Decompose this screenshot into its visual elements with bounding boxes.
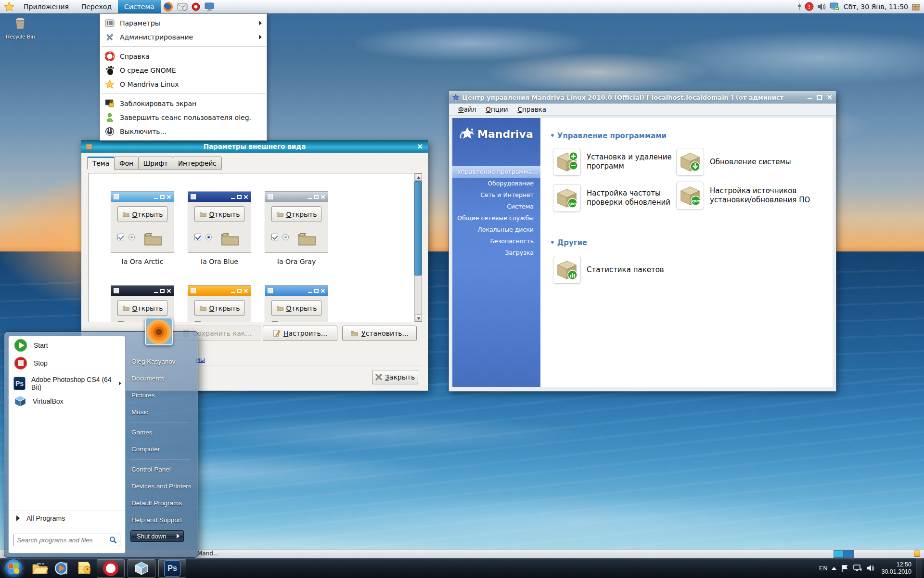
theme-item[interactable]: Открыть [265,285,328,322]
taskbar-clock[interactable]: 12:50 30.01.2010 [881,561,911,576]
taskbar-photoshop-button[interactable]: Ps [158,559,186,578]
mcc-item-media-sources[interactable]: rpm Настройка источников установки/обнов… [676,182,811,210]
theme-item[interactable]: Открыть [111,285,174,322]
panel-clock[interactable]: Сбт, 30 Янв, 11:50 [844,3,908,11]
start-orb-button[interactable] [4,559,23,578]
start-menu-item-devices-printers[interactable]: Devices and Printers [126,478,195,495]
tab-font[interactable]: Шрифт [138,157,173,170]
start-menu-item-music[interactable]: Music [126,404,195,420]
notes-applet-icon[interactable] [914,551,920,557]
start-menu-item-start-vm[interactable]: Start [9,336,125,354]
mcc-item-update-system[interactable]: Обновление системы [676,148,806,176]
search-input[interactable] [17,537,109,544]
package-tray-icon[interactable] [911,2,920,11]
close-button[interactable]: Закрыть [372,370,418,384]
menu-item-help[interactable]: Справка [100,49,267,63]
close-icon[interactable] [826,93,833,101]
sidebar-item-network[interactable]: Сеть и Интернет [452,189,540,201]
menu-file[interactable]: Файл [454,104,480,115]
theme-item[interactable]: Открыть Ia Ora Blue [188,191,251,265]
scroll-up-icon[interactable] [415,173,422,181]
minimize-icon[interactable] [807,94,813,100]
speaker-icon[interactable] [817,3,826,11]
scrollbar-thumb[interactable] [414,181,422,276]
update-alert-icon[interactable]: ! [805,2,814,11]
start-menu-item-computer[interactable]: Computer [126,441,195,458]
close-icon[interactable] [416,143,424,150]
scroll-down-icon[interactable] [415,315,422,322]
show-hidden-icons-arrow[interactable] [832,567,836,570]
install-button[interactable]: Установить... [342,326,417,341]
start-menu-item-help-support[interactable]: Help and Support [126,512,195,528]
updates-launcher-icon[interactable] [192,2,200,11]
workspace-1[interactable] [834,551,844,557]
start-menu-item-pictures[interactable]: Pictures [126,387,195,404]
volume-slider-icon[interactable] [797,3,801,11]
mcc-titlebar[interactable]: Центр управления Mandriva Linux 2010.0 (… [449,91,836,104]
vertical-scrollbar[interactable] [414,173,422,322]
start-menu-user-name[interactable]: Oleg Kasyanov [126,353,195,370]
sidebar-item-software-management[interactable]: Управление программа... [452,166,540,178]
appearance-titlebar[interactable]: Параметры внешнего вида [81,140,428,153]
start-menu-item-default-programs[interactable]: Default Programs [126,495,195,512]
workspace-2[interactable] [844,551,853,557]
start-menu-item-games[interactable]: Games [126,424,195,441]
start-menu-item-control-panel[interactable]: Control Panel [126,461,195,478]
theme-item[interactable]: Открыть [188,285,251,322]
mandriva-menu-star-icon[interactable] [4,1,14,12]
taskbar-wmp-button[interactable] [51,559,73,578]
menu-help[interactable]: Справка [513,104,551,115]
menu-item-administration[interactable]: Администрирование [100,30,267,44]
sidebar-item-security[interactable]: Безопасность [452,236,540,247]
customize-button[interactable]: Настроить... [263,326,337,341]
mcc-item-package-stats[interactable]: Статистика пакетов [553,256,698,284]
theme-item[interactable]: Открыть Ia Ora Gray [265,191,328,265]
menu-item-logout[interactable]: Завершить сеанс пользователя oleg. [100,110,267,124]
show-desktop-button[interactable] [916,558,922,578]
menu-item-lock-screen[interactable]: Заблокировать экран [100,96,267,110]
menu-item-about-mandriva[interactable]: О Mandriva Linux [100,77,267,91]
user-avatar[interactable] [145,317,173,345]
language-indicator[interactable]: EN [819,565,827,572]
taskbar-opera-button[interactable] [97,559,125,578]
taskbar-explorer-button[interactable] [29,559,51,578]
tab-background[interactable]: Фон [114,157,139,170]
start-menu-item-photoshop[interactable]: Ps Adobe Photoshop CS4 (64 Bit) [9,374,125,392]
menu-item-shutdown[interactable]: Выключить... [100,124,267,138]
display-launcher-icon[interactable] [204,2,215,11]
window-list-item[interactable]: Mand... [197,550,218,557]
recycle-bin-icon[interactable]: Recycle Bin [2,14,38,39]
menu-places[interactable]: Переход [75,0,118,13]
shutdown-options-arrow[interactable] [172,530,184,542]
maximize-icon[interactable] [817,95,822,100]
sidebar-item-boot[interactable]: Загрузка [452,247,540,259]
workspace-switcher[interactable] [834,550,854,558]
action-center-flag-icon[interactable] [841,565,848,572]
speaker-tray-icon[interactable] [867,565,875,572]
menu-applications[interactable]: Приложения [17,0,75,13]
start-menu-search[interactable] [13,534,120,546]
menu-system[interactable]: Система [118,0,160,13]
mail-launcher-icon[interactable] [177,2,188,11]
menu-options[interactable]: Опции [481,104,512,115]
tab-theme[interactable]: Тема [87,157,115,170]
taskbar-outlook-button[interactable] [73,559,95,578]
start-menu-item-documents[interactable]: Documents [126,370,195,387]
network-tray-icon[interactable] [853,565,862,572]
menu-item-about-gnome[interactable]: О среде GNOME [100,63,267,77]
folder-icon [122,211,130,217]
network-monitor-icon[interactable] [830,2,840,11]
tab-interface[interactable]: Интерфейс [173,157,222,170]
start-menu-item-virtualbox[interactable]: VirtualBox [9,392,125,410]
sidebar-item-local-disks[interactable]: Локальные диски [452,224,540,236]
sidebar-item-system[interactable]: Система [452,201,540,212]
theme-item[interactable]: Открыть Ia Ora Arctic [111,191,174,265]
shutdown-button[interactable]: Shut down [130,530,172,542]
taskbar-virtualbox-button[interactable] [128,559,155,578]
start-menu-item-stop-vm[interactable]: Stop [9,354,125,372]
all-programs-button[interactable]: All Programs [9,511,125,525]
sidebar-item-network-services[interactable]: Общие сетевые службы [452,212,540,224]
menu-item-preferences[interactable]: Параметры [100,16,267,30]
firefox-launcher-icon[interactable] [163,1,173,12]
sidebar-item-hardware[interactable]: Оборудование [452,178,540,189]
